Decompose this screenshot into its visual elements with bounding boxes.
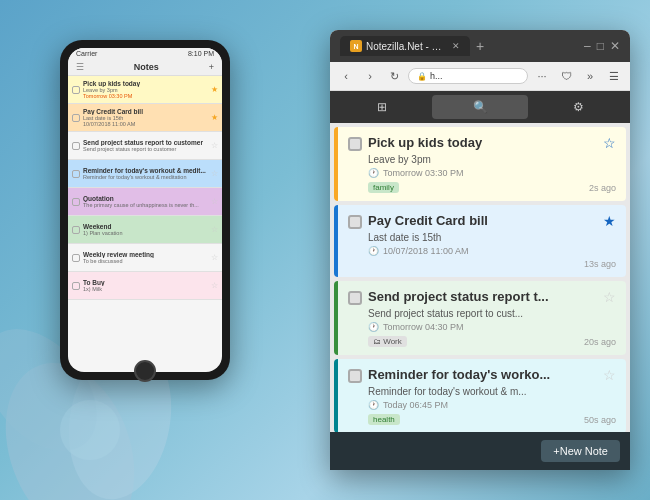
note-card-2[interactable]: Pay Credit Card bill ★ Last date is 15th… [334, 205, 626, 277]
toolbar-more[interactable]: » [580, 66, 600, 86]
phone-star-4[interactable]: ☆ [211, 169, 218, 178]
phone-note-5[interactable]: Quotation The primary cause of unhappine… [68, 188, 222, 216]
phone-star-7[interactable]: ☆ [211, 253, 218, 262]
note-checkbox-4[interactable] [348, 369, 362, 383]
phone-notes-list: Pick up kids today Leave by 3pm Tomorrow… [68, 76, 222, 362]
extensions-button[interactable]: 🛡 [556, 66, 576, 86]
note-body-4: Reminder for today's workout & m... [368, 386, 616, 397]
phone-checkbox-8[interactable] [72, 282, 80, 290]
phone-note-7[interactable]: Weekly review meeting To be discussed ☆ [68, 244, 222, 272]
browser-active-tab[interactable]: N Notezilla.Net - N... ✕ [340, 36, 470, 56]
note-title-4: Reminder for today's worko... [368, 367, 597, 382]
phone-star-1[interactable]: ★ [211, 85, 218, 94]
settings-button[interactable]: ⚙ [530, 95, 626, 119]
note-tag-health: health [368, 414, 400, 425]
browser-titlebar: N Notezilla.Net - N... ✕ + – □ ✕ [330, 30, 630, 62]
note-meta-4: 🕐 Today 06:45 PM [368, 400, 616, 410]
new-tab-button[interactable]: + [476, 38, 484, 54]
note-card-3[interactable]: Send project status report t... ☆ Send p… [334, 281, 626, 355]
phone-star-6[interactable]: ☆ [211, 225, 218, 234]
menu-button[interactable]: ☰ [604, 66, 624, 86]
note-checkbox-1[interactable] [348, 137, 362, 151]
phone-checkbox-5[interactable] [72, 198, 80, 206]
note-tag-family: family [368, 182, 399, 193]
note-star-4[interactable]: ☆ [603, 367, 616, 383]
note-tag-work: 🗂 Work [368, 336, 407, 347]
minimize-button[interactable]: – [584, 39, 591, 53]
more-button[interactable]: ··· [532, 66, 552, 86]
note-title-2: Pay Credit Card bill [368, 213, 597, 228]
address-bar[interactable]: 🔒 h... [408, 68, 528, 84]
note-datetime-2: 10/07/2018 11:00 AM [383, 246, 469, 256]
lock-icon: 🔒 [417, 72, 427, 81]
phone-note-3[interactable]: Send project status report to customer S… [68, 132, 222, 160]
search-button[interactable]: 🔍 [432, 95, 528, 119]
clock-icon-3: 🕐 [368, 322, 379, 332]
back-button[interactable]: ‹ [336, 66, 356, 86]
maximize-button[interactable]: □ [597, 39, 604, 53]
grid-view-button[interactable]: ⊞ [334, 95, 430, 119]
note-star-1[interactable]: ☆ [603, 135, 616, 151]
phone-screen: Carrier 8:10 PM ☰ Notes + Pick up kids t… [68, 48, 222, 372]
forward-button[interactable]: › [360, 66, 380, 86]
note-card-1[interactable]: Pick up kids today ☆ Leave by 3pm 🕐 Tomo… [334, 127, 626, 201]
phone-checkbox-6[interactable] [72, 226, 80, 234]
phone-star-8[interactable]: ☆ [211, 281, 218, 290]
note-card-header-4: Reminder for today's worko... ☆ [348, 367, 616, 383]
app-toolbar: ⊞ 🔍 ⚙ [330, 91, 630, 123]
phone-note-content-4: Reminder for today's workout & medit... … [83, 167, 211, 180]
note-card-header-3: Send project status report t... ☆ [348, 289, 616, 305]
clock-icon-2: 🕐 [368, 246, 379, 256]
phone-note-title-4: Reminder for today's workout & medit... [83, 167, 211, 174]
note-checkbox-3[interactable] [348, 291, 362, 305]
phone-home-button[interactable] [134, 360, 156, 382]
note-card-header-2: Pay Credit Card bill ★ [348, 213, 616, 229]
phone-note-sub-3: Send project status report to customer [83, 146, 211, 152]
tab-close-button[interactable]: ✕ [452, 41, 460, 51]
phone-note-content-5: Quotation The primary cause of unhappine… [83, 195, 211, 208]
add-note-button[interactable]: +New Note [541, 440, 620, 462]
phone-note-title-2: Pay Credit Card bill [83, 108, 211, 115]
phone-note-content-6: Weekend 1) Plan vacation [83, 223, 211, 236]
address-text: h... [430, 71, 443, 81]
phone-note-sub-5: The primary cause of unhappiness is neve… [83, 202, 211, 208]
note-age-4: 50s ago [584, 415, 616, 425]
note-age-3: 20s ago [584, 337, 616, 347]
phone-note-2[interactable]: Pay Credit Card bill Last date is 15th 1… [68, 104, 222, 132]
note-star-3[interactable]: ☆ [603, 289, 616, 305]
note-checkbox-2[interactable] [348, 215, 362, 229]
note-star-2[interactable]: ★ [603, 213, 616, 229]
note-datetime-3: Tomorrow 04:30 PM [383, 322, 464, 332]
phone-note-sub-4: Reminder for today's workout & meditatio… [83, 174, 211, 180]
note-meta-3: 🕐 Tomorrow 04:30 PM [368, 322, 616, 332]
phone-checkbox-1[interactable] [72, 86, 80, 94]
phone-star-5[interactable]: ☆ [211, 197, 218, 206]
note-body-1: Leave by 3pm [368, 154, 616, 165]
phone-note-6[interactable]: Weekend 1) Plan vacation ☆ [68, 216, 222, 244]
phone-note-1[interactable]: Pick up kids today Leave by 3pm Tomorrow… [68, 76, 222, 104]
browser-toolbar: ‹ › ↻ 🔒 h... ··· 🛡 » ☰ [330, 62, 630, 91]
phone-mockup: Carrier 8:10 PM ☰ Notes + Pick up kids t… [60, 40, 230, 380]
phone-checkbox-2[interactable] [72, 114, 80, 122]
phone-note-title-5: Quotation [83, 195, 211, 202]
note-card-4[interactable]: Reminder for today's worko... ☆ Reminder… [334, 359, 626, 432]
phone-note-4[interactable]: Reminder for today's workout & medit... … [68, 160, 222, 188]
note-meta-1: 🕐 Tomorrow 03:30 PM [368, 168, 616, 178]
phone-checkbox-4[interactable] [72, 170, 80, 178]
note-age-1: 2s ago [589, 183, 616, 193]
phone-checkbox-3[interactable] [72, 142, 80, 150]
phone-note-8[interactable]: To Buy 1x) Milk ☆ [68, 272, 222, 300]
phone-star-2[interactable]: ★ [211, 113, 218, 122]
phone-checkbox-7[interactable] [72, 254, 80, 262]
note-datetime-1: Tomorrow 03:30 PM [383, 168, 464, 178]
carrier-label: Carrier [76, 50, 97, 57]
phone-note-content-1: Pick up kids today Leave by 3pm Tomorrow… [83, 80, 211, 99]
close-button[interactable]: ✕ [610, 39, 620, 53]
refresh-button[interactable]: ↻ [384, 66, 404, 86]
phone-note-content-8: To Buy 1x) Milk [83, 279, 211, 292]
note-title-3: Send project status report t... [368, 289, 597, 304]
phone-star-3[interactable]: ☆ [211, 141, 218, 150]
tab-favicon: N [350, 40, 362, 52]
note-meta-2: 🕐 10/07/2018 11:00 AM [368, 246, 616, 256]
note-title-1: Pick up kids today [368, 135, 597, 150]
